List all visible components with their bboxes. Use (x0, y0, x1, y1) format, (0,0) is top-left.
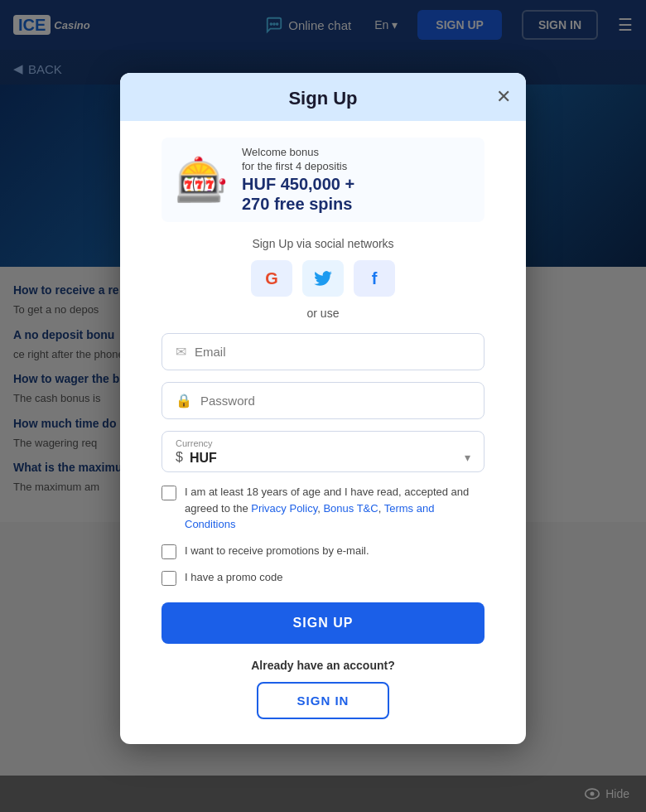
bonus-amount: HUF 450,000 + 270 free spins (242, 174, 354, 214)
currency-select-row: $ HUF EUR USD GBP ▾ (176, 450, 470, 465)
lock-icon: 🔒 (176, 393, 192, 408)
currency-chevron-icon: ▾ (465, 451, 470, 464)
promo-code-label: I have a promo code (185, 569, 283, 586)
email-field[interactable]: ✉ (162, 333, 485, 370)
bonus-subtitle: Welcome bonus (242, 146, 354, 158)
google-signup-button[interactable]: G (251, 260, 292, 297)
bonus-subtitle2: for the first 4 depositis (242, 160, 354, 172)
bonus-tnc-link[interactable]: Bonus T&C (323, 502, 378, 515)
promo-code-row: I have a promo code (162, 569, 485, 586)
twitter-signup-button[interactable] (302, 260, 344, 297)
signup-button[interactable]: SIGN UP (162, 602, 485, 644)
or-use-label: or use (162, 307, 485, 320)
privacy-policy-link[interactable]: Privacy Policy (251, 502, 317, 515)
bonus-text: Welcome bonus for the first 4 depositis … (242, 146, 354, 214)
bonus-line1: HUF 450,000 + (242, 175, 354, 193)
email-icon: ✉ (176, 344, 186, 360)
modal-title: Sign Up (288, 88, 357, 109)
promotions-label: I want to receive promotions by e-mail. (185, 543, 369, 559)
modal-close-button[interactable]: ✕ (496, 88, 511, 106)
age-agreement-row: I am at least 18 years of age and I have… (162, 484, 485, 533)
social-label: Sign Up via social networks (162, 237, 485, 250)
signup-modal: Sign Up ✕ 🎰 Welcome bonus for the first … (120, 73, 526, 744)
promo-code-checkbox[interactable] (162, 571, 176, 586)
social-buttons: G f (162, 260, 485, 297)
currency-label: Currency (176, 438, 470, 448)
promotions-checkbox[interactable] (162, 544, 176, 559)
dollar-icon: $ (176, 450, 183, 465)
password-input[interactable] (200, 394, 470, 408)
modal-body: 🎰 Welcome bonus for the first 4 depositi… (120, 121, 526, 744)
age-checkbox[interactable] (162, 486, 176, 500)
already-account-label: Already have an account? (162, 659, 485, 672)
modal-header: Sign Up ✕ (120, 73, 526, 121)
age-label: I am at least 18 years of age and I have… (185, 484, 485, 533)
signin-button[interactable]: SIGN IN (257, 682, 389, 719)
currency-select[interactable]: HUF EUR USD GBP (190, 451, 458, 465)
bonus-section: 🎰 Welcome bonus for the first 4 depositi… (162, 138, 485, 222)
bonus-line2: 270 free spins (242, 195, 352, 213)
email-input[interactable] (195, 345, 470, 359)
currency-field[interactable]: Currency $ HUF EUR USD GBP ▾ (162, 431, 485, 472)
twitter-icon (314, 271, 332, 286)
slot-machine-icon: 🎰 (175, 158, 229, 201)
promotions-row: I want to receive promotions by e-mail. (162, 543, 485, 559)
facebook-signup-button[interactable]: f (354, 260, 395, 297)
password-field[interactable]: 🔒 (162, 382, 485, 419)
